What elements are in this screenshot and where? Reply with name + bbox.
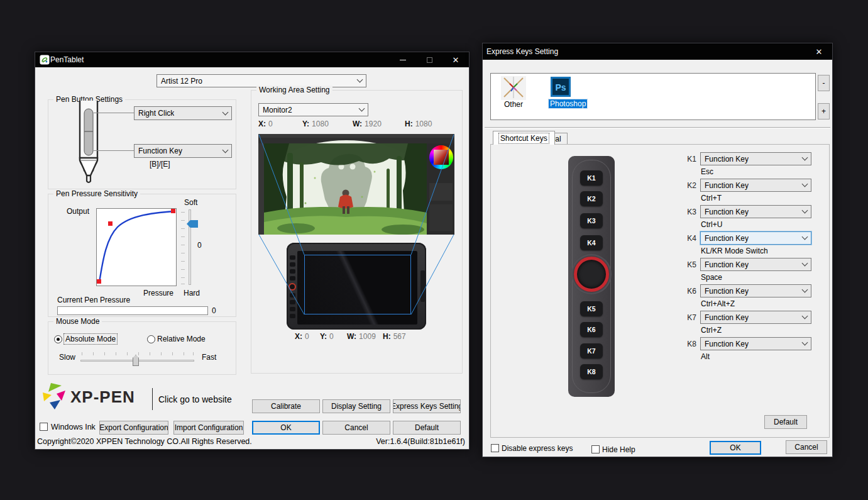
hide-help-label[interactable]: Hide Help [602, 445, 635, 454]
copyright-text: Copyright©2020 XPPEN Technology CO.All R… [37, 437, 252, 446]
tab-shortcut-keys-label: Shortcut Keys [499, 133, 549, 143]
hide-help-checkbox[interactable] [591, 445, 600, 453]
pressure-curve-graph[interactable] [96, 208, 177, 286]
monitor-select[interactable]: Monitor2 [258, 103, 368, 116]
k2-action-select[interactable]: Function Key [700, 179, 811, 192]
xppen-wordmark[interactable]: XP-PEN [70, 387, 135, 407]
close-button[interactable]: ✕ [806, 43, 832, 60]
k6-shortcut: Ctrl+Alt+Z [701, 299, 735, 308]
close-icon: ✕ [453, 56, 459, 64]
monitor-preview[interactable] [258, 134, 454, 235]
current-pen-pressure-bar [57, 306, 208, 315]
tablet-preview [287, 243, 426, 330]
pen-button-top-value: Right Click [138, 109, 174, 118]
import-configuration-button[interactable]: Import Configuration [173, 421, 244, 435]
k3-action-value: Function Key [705, 208, 749, 216]
export-configuration-button[interactable]: Export Configuration [99, 421, 168, 435]
calibrate-button[interactable]: Calibrate [252, 399, 320, 413]
disable-express-keys-checkbox[interactable] [491, 444, 499, 452]
fast-label: Fast [202, 353, 216, 362]
relative-mode-radio[interactable] [147, 335, 155, 343]
website-link[interactable]: Click go to website [158, 394, 232, 404]
pen-pressure-title: Pen Pressure Sensitivity [53, 189, 140, 198]
remove-app-button[interactable]: - [818, 75, 830, 91]
soft-label: Soft [184, 198, 197, 207]
k7-action-select[interactable]: Function Key [700, 311, 811, 324]
pressure-curve-handle[interactable] [97, 279, 101, 284]
keypad-key-k3: K3 [580, 213, 603, 228]
chevron-down-icon [802, 181, 808, 187]
default-button[interactable]: Default [393, 421, 461, 435]
tab-shortcut-keys[interactable]: Shortcut Keys [493, 131, 555, 145]
keypad-key-k4: K4 [580, 235, 603, 250]
tablet-active-area[interactable] [304, 255, 411, 314]
pen-button-shortcut-label: [B]/[E] [150, 160, 170, 169]
minimize-button[interactable] [390, 52, 416, 67]
windows-ink-label[interactable]: Windows Ink [51, 423, 96, 431]
chevron-down-icon [802, 287, 808, 293]
k4-action-select[interactable]: Function Key [700, 231, 811, 245]
pentablet-app-icon [40, 55, 50, 65]
monitor-artwork [258, 134, 454, 235]
slider-tick [181, 220, 185, 221]
express-keys-setting-button[interactable]: Express Keys Setting [393, 399, 461, 413]
slider-tick [181, 228, 185, 229]
display-setting-button[interactable]: Display Setting [322, 399, 390, 413]
tablet-x-coord: X:0 [295, 332, 309, 341]
tablet-express-key [290, 314, 295, 318]
maximize-button[interactable] [416, 52, 442, 67]
pressure-curve-handle[interactable] [108, 221, 113, 226]
k6-action-value: Function Key [705, 287, 749, 296]
photoshop-app-icon[interactable]: Ps [551, 77, 571, 97]
slider-tick [172, 352, 173, 355]
express-default-button[interactable]: Default [764, 415, 807, 429]
xppen-logo-icon[interactable] [43, 383, 65, 411]
absolute-mode-radio[interactable] [54, 335, 62, 343]
version-text: Ver:1.6.4(Build:81b1e61f) [376, 437, 465, 446]
close-button[interactable]: ✕ [442, 52, 469, 67]
slider-tick [181, 245, 185, 245]
separator [485, 127, 830, 128]
slider-tick [181, 284, 185, 284]
tablet-h-coord: H:567 [383, 332, 406, 341]
k7-action-value: Function Key [705, 313, 749, 322]
pen-button-top-select[interactable]: Right Click [134, 106, 232, 120]
add-app-button[interactable]: + [818, 103, 830, 119]
express-cancel-button[interactable]: Cancel [786, 440, 827, 454]
mouse-mode-title: Mouse Mode [53, 317, 102, 326]
pen-button-bottom-select[interactable]: Function Key [134, 144, 232, 158]
cancel-button[interactable]: Cancel [322, 421, 390, 435]
k5-action-select[interactable]: Function Key [700, 258, 811, 271]
logo-divider [152, 388, 153, 410]
photoshop-app-label[interactable]: Photoshop [549, 99, 587, 108]
k4-action-value: Function Key [705, 234, 749, 243]
slider-tick [82, 352, 82, 355]
absolute-mode-label[interactable]: Absolute Mode [64, 334, 117, 344]
k8-label: K8 [684, 340, 696, 348]
express-ok-button[interactable]: OK [710, 441, 761, 455]
color-picker-square [434, 150, 449, 165]
relative-mode-label[interactable]: Relative Mode [157, 335, 206, 343]
slider-tick [193, 352, 194, 355]
other-app-label[interactable]: Other [497, 100, 530, 109]
k1-action-select[interactable]: Function Key [700, 152, 811, 165]
k5-action-value: Function Key [705, 260, 749, 269]
pressure-curve-handle[interactable] [171, 209, 175, 213]
slider-tick [181, 212, 185, 213]
k4-shortcut: KL/KR Mode Switch [701, 247, 768, 255]
k2-action-value: Function Key [705, 181, 749, 190]
k3-action-select[interactable]: Function Key [700, 205, 811, 218]
windows-ink-checkbox[interactable] [40, 423, 48, 431]
k6-action-select[interactable]: Function Key [700, 284, 811, 297]
keypad-key-k5: K5 [580, 301, 603, 316]
other-app-icon[interactable] [501, 76, 526, 100]
ok-button[interactable]: OK [252, 421, 320, 435]
slider-tick [184, 352, 184, 355]
current-pen-pressure-value: 0 [212, 306, 216, 315]
pressure-slider-value: 0 [197, 241, 202, 250]
current-pen-pressure-label: Current Pen Pressure [57, 296, 130, 304]
disable-express-keys-label[interactable]: Disable express keys [502, 444, 573, 453]
k8-action-select[interactable]: Function Key [700, 337, 811, 350]
slider-tick [150, 352, 150, 355]
k2-label: K2 [684, 181, 696, 190]
